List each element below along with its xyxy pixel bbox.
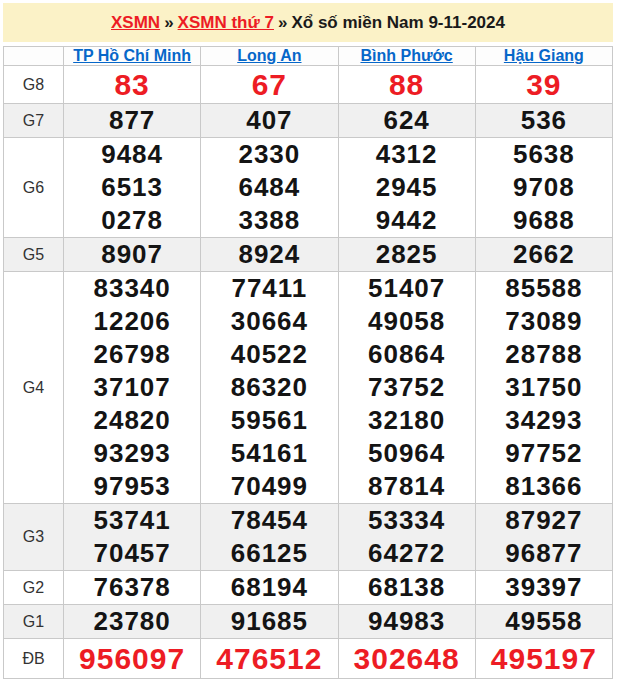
- prize-number: 64272: [339, 537, 475, 570]
- prize-numbers-cell: 431229459442: [338, 138, 475, 238]
- prize-label: G1: [4, 605, 64, 639]
- prize-number: 49058: [339, 305, 475, 338]
- province-header-1: TP Hồ Chí Minh: [64, 47, 201, 66]
- prize-numbers-cell: 67: [201, 66, 338, 104]
- prize-number: 93293: [64, 437, 200, 470]
- prize-label: G3: [4, 504, 64, 571]
- prize-number: 9688: [476, 204, 612, 237]
- prize-numbers-cell: 91685: [201, 605, 338, 639]
- prize-row-G7: G7877407624536: [4, 104, 613, 138]
- prize-number: 31750: [476, 371, 612, 404]
- prize-number: 32180: [339, 404, 475, 437]
- prize-number: 302648: [339, 639, 475, 678]
- province-link[interactable]: Long An: [237, 47, 301, 64]
- province-header-4: Hậu Giang: [475, 47, 612, 66]
- prize-number: 76378: [64, 571, 200, 604]
- prize-numbers-cell: 476512: [201, 639, 338, 679]
- prize-numbers-cell: 624: [338, 104, 475, 138]
- breadcrumb-separator: »: [160, 13, 177, 32]
- prize-label: G6: [4, 138, 64, 238]
- prize-number: 91685: [201, 605, 337, 638]
- prize-numbers-cell: 563897089688: [475, 138, 612, 238]
- prize-numbers-cell: 39: [475, 66, 612, 104]
- prize-number: 34293: [476, 404, 612, 437]
- page-title: Xổ số miền Nam 9-11-2024: [291, 13, 505, 32]
- breadcrumb-link-xsmn[interactable]: XSMN: [111, 13, 160, 32]
- prize-number: 3388: [201, 204, 337, 237]
- prize-number: 28788: [476, 338, 612, 371]
- prize-row-G4: G483340122062679837107248209329397953774…: [4, 272, 613, 504]
- prize-number: 97953: [64, 470, 200, 503]
- prize-number: 73752: [339, 371, 475, 404]
- prize-label: G7: [4, 104, 64, 138]
- prize-number: 49558: [476, 605, 612, 638]
- prize-numbers-cell: 8924: [201, 238, 338, 272]
- prize-row-G1: G123780916859498349558: [4, 605, 613, 639]
- prize-number: 78454: [201, 504, 337, 537]
- prize-numbers-cell: 536: [475, 104, 612, 138]
- prize-numbers-cell: 83340122062679837107248209329397953: [64, 272, 201, 504]
- prize-number: 50964: [339, 437, 475, 470]
- prize-number: 83340: [64, 272, 200, 305]
- prize-number: 495197: [476, 639, 612, 678]
- prize-number: 86320: [201, 371, 337, 404]
- prize-numbers-cell: 68138: [338, 571, 475, 605]
- prize-number: 23780: [64, 605, 200, 638]
- prize-number: 0278: [64, 204, 200, 237]
- prize-number: 60864: [339, 338, 475, 371]
- prize-number: 88: [339, 66, 475, 103]
- breadcrumb-separator: »: [274, 13, 291, 32]
- prize-numbers-cell: 5333464272: [338, 504, 475, 571]
- prize-number: 30664: [201, 305, 337, 338]
- prize-number: 68138: [339, 571, 475, 604]
- prize-number: 94983: [339, 605, 475, 638]
- prize-row-DB: ĐB956097476512302648495197: [4, 639, 613, 679]
- prize-numbers-cell: 495197: [475, 639, 612, 679]
- prize-number: 39397: [476, 571, 612, 604]
- province-link[interactable]: TP Hồ Chí Minh: [73, 47, 191, 64]
- prize-number: 59561: [201, 404, 337, 437]
- prize-label: G4: [4, 272, 64, 504]
- prize-number: 624: [339, 104, 475, 137]
- prize-number: 97752: [476, 437, 612, 470]
- breadcrumb-link-xsmn-thu-7[interactable]: XSMN thứ 7: [178, 13, 274, 32]
- prize-number: 81366: [476, 470, 612, 503]
- lottery-results-table: TP Hồ Chí MinhLong AnBình PhướcHậu Giang…: [3, 46, 613, 679]
- prize-number: 39: [476, 66, 612, 103]
- prize-number: 8907: [64, 238, 200, 271]
- prize-number: 96877: [476, 537, 612, 570]
- prize-label: ĐB: [4, 639, 64, 679]
- prize-numbers-cell: 8907: [64, 238, 201, 272]
- prize-number: 9442: [339, 204, 475, 237]
- prize-numbers-cell: 83: [64, 66, 201, 104]
- province-header-row: TP Hồ Chí MinhLong AnBình PhướcHậu Giang: [4, 47, 613, 66]
- prize-numbers-cell: 2662: [475, 238, 612, 272]
- province-header-2: Long An: [201, 47, 338, 66]
- prize-number: 2330: [201, 138, 337, 171]
- prize-number: 68194: [201, 571, 337, 604]
- prize-number: 6513: [64, 171, 200, 204]
- prize-number: 536: [476, 104, 612, 137]
- prize-number: 4312: [339, 138, 475, 171]
- prize-numbers-cell: 877: [64, 104, 201, 138]
- prize-number: 5638: [476, 138, 612, 171]
- province-link[interactable]: Bình Phước: [360, 47, 452, 64]
- breadcrumb: XSMN»XSMN thứ 7»Xổ số miền Nam 9-11-2024: [3, 3, 613, 42]
- prize-numbers-cell: 956097: [64, 639, 201, 679]
- prize-number: 37107: [64, 371, 200, 404]
- prize-number: 51407: [339, 272, 475, 305]
- prize-numbers-cell: 49558: [475, 605, 612, 639]
- prize-label: G5: [4, 238, 64, 272]
- prize-number: 12206: [64, 305, 200, 338]
- prize-row-G8: G883678839: [4, 66, 613, 104]
- prize-numbers-cell: 23780: [64, 605, 201, 639]
- prize-number: 83: [64, 66, 200, 103]
- prize-number: 66125: [201, 537, 337, 570]
- prize-numbers-cell: 2825: [338, 238, 475, 272]
- prize-number: 67: [201, 66, 337, 103]
- prize-numbers-cell: 85588730892878831750342939775281366: [475, 272, 612, 504]
- province-link[interactable]: Hậu Giang: [504, 47, 584, 64]
- prize-number: 2662: [476, 238, 612, 271]
- page: XSMN»XSMN thứ 7»Xổ số miền Nam 9-11-2024…: [0, 0, 621, 679]
- prize-number: 53741: [64, 504, 200, 537]
